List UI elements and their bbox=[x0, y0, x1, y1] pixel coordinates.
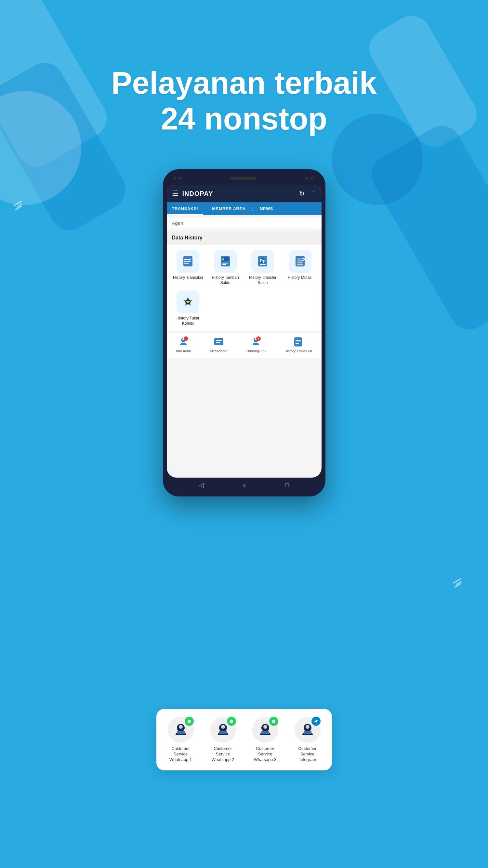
cs-item-telegram[interactable]: CustomerServiceTelegram bbox=[288, 717, 327, 763]
history-tambah-saldo-label: History Tambah Saldo bbox=[209, 275, 241, 285]
svg-rect-59 bbox=[304, 731, 312, 734]
menu-history-transaksi[interactable]: History Transaksi bbox=[172, 250, 204, 285]
history-transaksi-bottom-icon bbox=[292, 336, 304, 348]
cs-telegram-icon-wrap bbox=[295, 717, 321, 743]
history-transfer-saldo-icon: Rp bbox=[256, 255, 269, 268]
svg-point-54 bbox=[263, 725, 267, 729]
section-title: Data History bbox=[167, 231, 322, 245]
history-mutasi-icon-wrap bbox=[289, 250, 312, 273]
history-menu-grid: History Transaksi bbox=[167, 245, 322, 331]
nav-divider-2: | bbox=[251, 203, 254, 215]
svg-point-7 bbox=[184, 261, 185, 262]
nav-divider-1: | bbox=[203, 203, 207, 215]
svg-point-11 bbox=[222, 258, 224, 260]
history-mutasi-icon bbox=[294, 255, 306, 268]
bottom-navigation: ! Info Akun bbox=[167, 333, 322, 358]
hubungi-cs-icon: ! bbox=[250, 336, 262, 348]
history-tambah-saldo-icon bbox=[219, 255, 232, 268]
history-tukar-komisi-label: History Tukar Komisi bbox=[172, 316, 204, 326]
bottom-nav-info-akun[interactable]: ! Info Akun bbox=[176, 336, 191, 353]
menu-history-mutasi[interactable]: History Mutasi bbox=[284, 250, 316, 285]
tab-news[interactable]: NEWS bbox=[255, 203, 278, 215]
history-transaksi-bottom-label: History Transaksi bbox=[285, 349, 312, 353]
cs-panel: CustomerServiceWhatsapp 1 CustomerSe bbox=[156, 709, 332, 770]
cs-whatsapp-2-icon-wrap bbox=[210, 717, 236, 743]
menu-history-tukar-komisi[interactable]: History Tukar Komisi bbox=[172, 290, 204, 326]
svg-rect-55 bbox=[261, 731, 269, 734]
history-transfer-saldo-icon-wrap: Rp bbox=[251, 250, 274, 273]
svg-text:Rp: Rp bbox=[260, 259, 265, 263]
svg-rect-47 bbox=[177, 731, 185, 734]
cs-whatsapp-1-icon-wrap bbox=[168, 717, 194, 743]
refresh-icon[interactable]: ↻ bbox=[299, 190, 305, 197]
more-icon[interactable]: ⋮ bbox=[310, 190, 316, 197]
screen-content: Agen Data History bbox=[167, 215, 322, 361]
bottom-nav-messenger[interactable]: Messenger bbox=[210, 336, 227, 353]
cs-whatsapp-3-icon-wrap bbox=[252, 717, 278, 743]
svg-rect-51 bbox=[219, 731, 227, 734]
app-header-left: ☰ INDOPAY bbox=[172, 189, 213, 198]
speaker-bar bbox=[230, 177, 256, 180]
cs-whatsapp-2-label: CustomerServiceWhatsapp 2 bbox=[212, 746, 234, 763]
history-transfer-saldo-label: History Transfer Saldo bbox=[247, 275, 279, 285]
camera-dot-2 bbox=[178, 177, 182, 180]
back-nav-btn[interactable]: ◁ bbox=[199, 482, 204, 489]
phone-bottom-bar: ◁ ○ □ bbox=[167, 477, 322, 493]
svg-point-8 bbox=[184, 263, 185, 264]
hero-title-line2: 24 nonstop bbox=[161, 101, 327, 136]
nav-tabs: TRANSAKSI | MEMBER AREA | NEWS bbox=[167, 203, 322, 215]
tab-transaksi-label: TRANSAKSI bbox=[172, 206, 198, 211]
hubungi-cs-label: Hubungi CS bbox=[247, 349, 266, 353]
menu-history-tambah-saldo[interactable]: History Tambah Saldo bbox=[209, 250, 241, 285]
history-transaksi-icon bbox=[182, 255, 194, 268]
history-transaksi-icon-wrap bbox=[176, 250, 199, 273]
menu-history-transfer-saldo[interactable]: Rp History Transfer Saldo bbox=[247, 250, 279, 285]
cs-whatsapp-3-badge bbox=[269, 717, 278, 726]
cs-item-whatsapp-1[interactable]: CustomerServiceWhatsapp 1 bbox=[162, 717, 200, 763]
cs-whatsapp-1-badge bbox=[185, 717, 194, 726]
cs-item-whatsapp-2[interactable]: CustomerServiceWhatsapp 2 bbox=[204, 717, 242, 763]
tab-transaksi[interactable]: TRANSAKSI bbox=[167, 203, 203, 215]
svg-point-6 bbox=[184, 259, 185, 260]
home-nav-btn[interactable]: ○ bbox=[243, 482, 247, 489]
history-tambah-saldo-icon-wrap bbox=[214, 250, 237, 273]
bottom-nav-history-transaksi[interactable]: History Transaksi bbox=[285, 336, 312, 353]
sensor-icon bbox=[310, 176, 315, 181]
hero-section: Pelayanan terbaik 24 nonstop bbox=[0, 65, 488, 137]
tab-news-label: NEWS bbox=[260, 206, 273, 211]
phone-frame: ☰ INDOPAY ↻ ⋮ TRANSAKSI | MEMBER AREA | bbox=[163, 169, 325, 496]
cs-item-whatsapp-3[interactable]: CustomerServiceWhatsapp 3 bbox=[246, 717, 285, 763]
app-header-right: ↻ ⋮ bbox=[299, 190, 316, 197]
phone-top-bar bbox=[167, 173, 322, 184]
cs-telegram-badge bbox=[312, 717, 321, 726]
svg-text:!: ! bbox=[186, 337, 187, 341]
bottom-nav-hubungi-cs[interactable]: ! Hubungi CS bbox=[247, 336, 266, 353]
history-tukar-komisi-icon-wrap bbox=[176, 290, 199, 313]
hero-title-line1: Pelayanan terbaik bbox=[111, 65, 377, 100]
phone-mockup: ☰ INDOPAY ↻ ⋮ TRANSAKSI | MEMBER AREA | bbox=[163, 169, 325, 496]
tab-member-area[interactable]: MEMBER AREA bbox=[207, 203, 251, 215]
history-transaksi-label: History Transaksi bbox=[173, 275, 203, 280]
svg-point-58 bbox=[305, 725, 310, 729]
cs-grid: CustomerServiceWhatsapp 1 CustomerSe bbox=[162, 717, 327, 763]
front-camera-dot bbox=[305, 177, 308, 180]
app-header: ☰ INDOPAY ↻ ⋮ bbox=[167, 185, 322, 203]
svg-text:!: ! bbox=[258, 337, 259, 341]
agen-label: Agen bbox=[167, 218, 322, 228]
cs-telegram-label: CustomerServiceTelegram bbox=[298, 746, 316, 763]
hamburger-icon[interactable]: ☰ bbox=[172, 189, 178, 198]
hero-title: Pelayanan terbaik 24 nonstop bbox=[0, 65, 488, 137]
svg-point-50 bbox=[221, 725, 225, 729]
tab-member-label: MEMBER AREA bbox=[212, 206, 246, 211]
phone-screen: ☰ INDOPAY ↻ ⋮ TRANSAKSI | MEMBER AREA | bbox=[167, 185, 322, 477]
recent-nav-btn[interactable]: □ bbox=[286, 482, 289, 489]
svg-point-1 bbox=[312, 177, 314, 179]
messenger-label: Messenger bbox=[210, 349, 227, 353]
app-title: INDOPAY bbox=[183, 190, 213, 197]
camera-area bbox=[173, 177, 182, 180]
front-camera bbox=[305, 176, 315, 181]
history-tukar-komisi-icon bbox=[182, 296, 194, 308]
decorative-dashes-1 bbox=[13, 202, 23, 210]
messenger-icon bbox=[213, 336, 225, 348]
camera-dot-1 bbox=[173, 177, 176, 180]
